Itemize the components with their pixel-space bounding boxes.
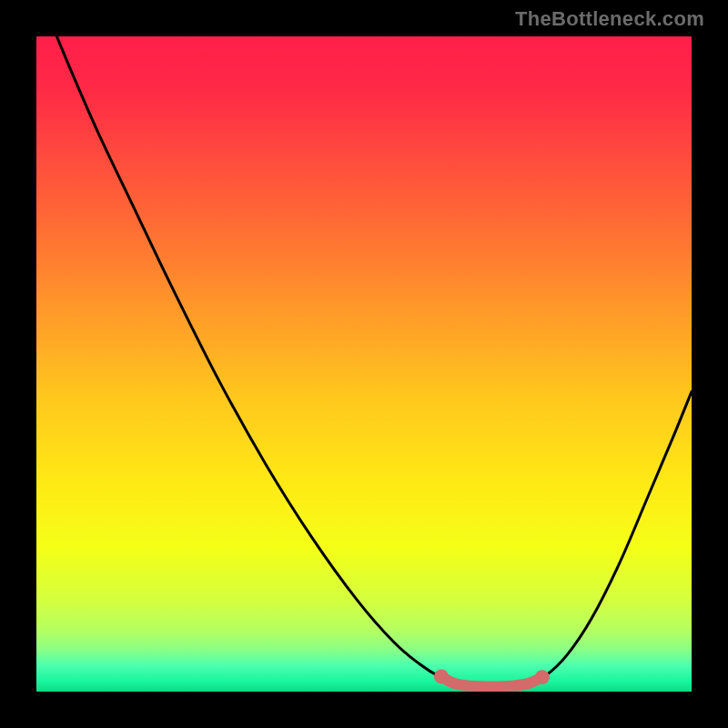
highlight-endpoint (535, 670, 550, 684)
attribution-label: TheBottleneck.com (515, 7, 704, 31)
bottleneck-curve (56, 36, 692, 687)
plot-area (36, 36, 692, 692)
highlight-endpoint (434, 669, 449, 683)
chart-frame: TheBottleneck.com (0, 0, 728, 728)
curve-layer (36, 36, 692, 692)
highlight-band (441, 676, 542, 686)
